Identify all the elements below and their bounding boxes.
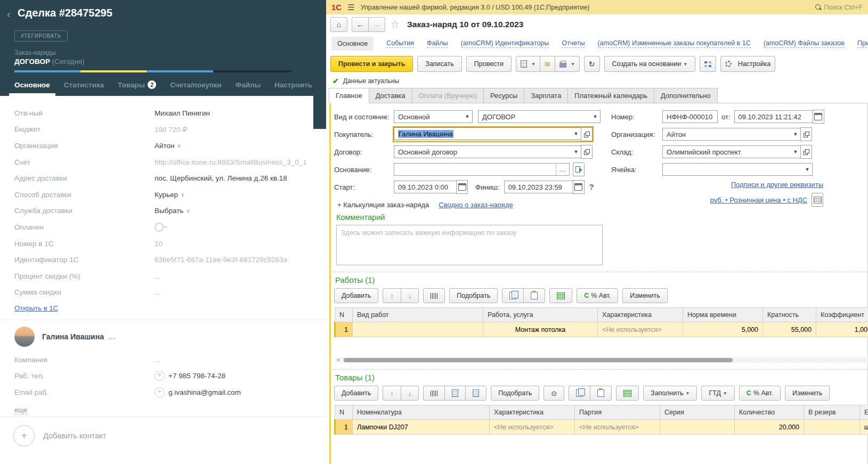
page-tab-sobytiya[interactable]: События (386, 39, 414, 48)
summary-link[interactable]: Сводно о заказ-наряде (439, 201, 513, 209)
chevron-down-icon[interactable]: ▼ (791, 149, 800, 154)
field-value[interactable]: Михаил Пинягин (155, 109, 210, 117)
global-search[interactable]: Поиск Ctrl+F (815, 4, 863, 11)
page-tab-faily[interactable]: Файлы (427, 39, 448, 48)
works-move-up-button[interactable]: ↑ (383, 288, 401, 303)
column-header[interactable]: N (335, 308, 353, 322)
goods-paste-button[interactable] (590, 386, 612, 401)
page-tab-izmenennye-zakazy[interactable]: (amoCRM) Измененные заказы покупателей в… (597, 39, 750, 48)
price-settings-button[interactable] (812, 193, 823, 207)
goods-table-row[interactable]: 1 Лампочки DJ207 <Не используется> <Не и… (335, 420, 868, 435)
column-header[interactable]: Вид работ (353, 308, 483, 322)
column-header[interactable]: Партия (575, 405, 660, 420)
field-value[interactable]: 10 (155, 240, 163, 248)
form-tab-glavnoe[interactable]: Главное (329, 88, 369, 103)
works-pick-button[interactable]: Подобрать (449, 288, 498, 303)
column-header[interactable]: Серия (660, 405, 735, 420)
add-contact-button[interactable]: + Добавить контакт (13, 425, 106, 446)
contact-name[interactable]: Галина Ивашина... (42, 332, 116, 341)
scroll-left-arrow-icon[interactable]: ◂ (337, 357, 339, 362)
form-tab-zarplata[interactable]: Зарплата (524, 88, 568, 103)
tab-faily[interactable]: Файлы (236, 81, 261, 96)
tab-osnovnoe[interactable]: Основное (14, 81, 50, 96)
price-settings-link[interactable]: руб. • Розничная цена • с НДС (710, 196, 807, 204)
help-icon[interactable]: ? (589, 183, 594, 191)
pipeline-progressbar[interactable] (14, 70, 291, 72)
post-button[interactable]: Провести (466, 56, 512, 72)
back-button[interactable]: ← (352, 17, 369, 32)
form-tab-resursy[interactable]: Ресурсы (483, 88, 524, 103)
home-button[interactable]: ⌂ (330, 17, 347, 32)
chevron-down-icon[interactable]: ▼ (571, 149, 581, 154)
goods-gtd-button[interactable]: ГТД▼ (701, 386, 734, 401)
ellipsis-button[interactable]: ... (556, 164, 569, 175)
column-header[interactable]: Характеристика (598, 308, 683, 322)
scrollbar-thumb[interactable] (344, 358, 733, 362)
finish-calendar-button[interactable] (573, 180, 585, 194)
works-add-button[interactable]: Добавить (334, 288, 378, 303)
basis-input[interactable]: ... (394, 163, 570, 176)
tab-tovary[interactable]: Товары2 (118, 80, 156, 96)
chevron-down-icon[interactable]: ▼ (791, 132, 800, 137)
works-table-settings-button[interactable] (549, 288, 572, 303)
field-value[interactable]: ... (155, 288, 160, 296)
column-header[interactable]: Коэффициент (816, 308, 868, 322)
contract-input[interactable]: Основной договор▼ (394, 145, 581, 158)
forward-button[interactable]: → (368, 17, 385, 32)
number-input[interactable]: НФНФ-000010 (662, 110, 718, 123)
start-calendar-button[interactable] (456, 180, 468, 194)
goods-fill-button[interactable]: Заполнить▼ (643, 386, 697, 401)
page-tab-faily-zakazov[interactable]: (amoCRM) Файлы заказов (764, 39, 845, 48)
chevron-down-icon[interactable]: ▼ (590, 114, 600, 119)
works-move-down-button[interactable]: ↓ (401, 288, 419, 303)
goods-table-settings-button[interactable] (616, 386, 639, 401)
page-tab-primechaniya[interactable]: Приме (857, 39, 868, 48)
goods-move-up-button[interactable]: ↑ (383, 386, 401, 401)
plus-icon[interactable]: + (155, 387, 165, 397)
contact-avatar[interactable] (14, 327, 35, 347)
works-table-row[interactable]: 1 Монтаж потолка <Не используется> 5,000… (335, 322, 868, 337)
discuss-button[interactable]: ↻ (584, 56, 600, 72)
print-button[interactable]: ▼ (555, 56, 580, 72)
report-button[interactable]: ▼ (516, 56, 540, 72)
works-horizontal-scrollbar[interactable]: ◂ (335, 357, 868, 363)
page-tab-otchety[interactable]: Отчеты (562, 39, 585, 48)
tab-scheta[interactable]: Счета/покупки (170, 81, 221, 96)
plus-icon[interactable]: + (155, 371, 165, 381)
field-value[interactable]: ... (155, 356, 160, 364)
structure-button[interactable] (700, 56, 716, 72)
field-value[interactable]: 63be5f71-667a-11ee-9e3f-681729c9283a (155, 256, 287, 264)
page-tab-identifikatory[interactable]: (amoCRM) Идентификаторы (461, 39, 549, 48)
basis-open-doc-button[interactable] (573, 162, 585, 176)
form-tab-dostavka[interactable]: Доставка (369, 88, 412, 103)
kind-select[interactable]: Основной▼ (394, 110, 473, 123)
buyer-input[interactable]: Галина Ивашина▼ (394, 127, 581, 140)
chevron-down-icon[interactable]: ▼ (571, 131, 581, 136)
goods-add-button[interactable]: Добавить (334, 386, 378, 401)
email-value[interactable]: g.ivashina@gmail.com (168, 388, 241, 396)
cell-input[interactable]: ▼ (662, 163, 813, 176)
write-button[interactable]: Записать (417, 56, 461, 72)
finish-input[interactable]: 09.10.2023 23:59 (504, 181, 573, 193)
warehouse-open-button[interactable] (800, 145, 812, 159)
open-in-1c-link[interactable]: Открыть в 1С (14, 304, 58, 312)
column-header[interactable]: В резерв (804, 405, 860, 420)
works-auto-percent-button[interactable]: C% Авт. (577, 288, 618, 303)
favorite-star-icon[interactable]: ☆ (391, 18, 400, 30)
show-more-link[interactable]: еще (14, 406, 27, 414)
back-icon[interactable]: ‹ (7, 8, 11, 20)
column-header[interactable]: Работа, услуга (483, 308, 598, 322)
post-and-close-button[interactable]: Провести и закрыть (330, 56, 413, 72)
contract-open-button[interactable] (581, 145, 593, 159)
goods-load-button[interactable] (465, 386, 486, 401)
column-header[interactable]: Ед. (860, 405, 868, 420)
goods-scan-button[interactable] (444, 386, 466, 401)
goods-move-down-button[interactable]: ↓ (401, 386, 419, 401)
column-header[interactable]: Количество (735, 405, 804, 420)
form-tab-dopolnitelno[interactable]: Дополнительно (654, 88, 718, 103)
column-header[interactable]: Норма времени (683, 308, 763, 322)
form-tab-oplata[interactable]: Оплата (Вручную) (412, 88, 484, 103)
field-value[interactable]: 198 720 ₽ (155, 125, 187, 134)
contact-menu-icon[interactable]: ... (108, 332, 116, 341)
column-header[interactable]: Кратность (763, 308, 816, 322)
